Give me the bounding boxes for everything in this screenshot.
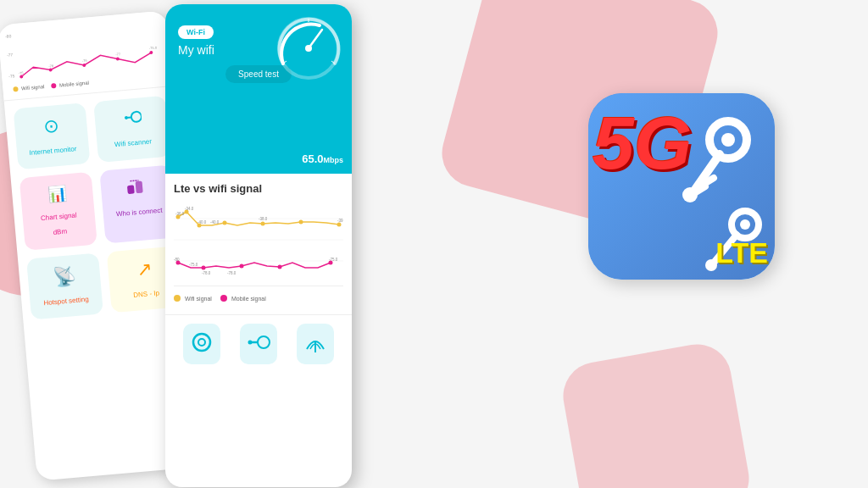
svg-point-34	[337, 223, 342, 227]
lte-vs-wifi-title: Lte vs wifi signal	[174, 182, 343, 195]
chart-signal-icon: 📊	[27, 182, 87, 206]
svg-text:-80: -80	[5, 33, 12, 39]
app-icon-container: 5G LTE	[588, 93, 800, 305]
wifi-scanner-icon	[101, 106, 161, 132]
left-chart-svg: -80 -77 -75 -75 -78 -76 -77 -75.0	[5, 18, 162, 81]
legend-wifi: Wifi signal	[13, 84, 44, 92]
svg-point-53	[258, 336, 270, 348]
menu-wifi-scanner[interactable]: Wifi scanner	[93, 96, 170, 163]
nav-wifi-scanner[interactable]	[240, 324, 277, 364]
nav-signal[interactable]	[297, 324, 334, 364]
who-connected-icon	[107, 175, 167, 202]
svg-text:-78: -78	[48, 64, 54, 69]
svg-rect-16	[126, 185, 134, 194]
svg-point-33	[299, 220, 303, 225]
svg-point-52	[198, 339, 205, 346]
app-icon-lte-label: LTE	[715, 236, 768, 269]
center-header: Wi-Fi My wifi Speed test 65.0Mbp	[165, 4, 352, 174]
svg-text:-76: -76	[82, 58, 88, 64]
app-icon[interactable]: 5G LTE	[588, 93, 775, 280]
svg-point-42	[202, 266, 206, 270]
legend-wifi-item: Wifi signal	[174, 295, 212, 302]
svg-line-20	[309, 30, 322, 48]
svg-point-13	[131, 111, 142, 122]
svg-text:-40.0: -40.0	[210, 220, 220, 225]
center-content: Lte vs wifi signal -36.0 -34.0	[165, 174, 352, 314]
menu-chart-signal[interactable]: 📊 Chart signaldBm	[19, 172, 97, 251]
wifi-title: My wifi	[178, 43, 214, 57]
svg-point-65	[740, 219, 750, 230]
phone-center: Wi-Fi My wifi Speed test 65.0Mbp	[165, 4, 352, 487]
svg-point-63	[682, 187, 698, 202]
svg-point-51	[193, 334, 210, 351]
svg-text:-75.0: -75.0	[149, 45, 158, 50]
svg-text:-36.0: -36.0	[175, 212, 185, 216]
speedometer	[273, 13, 345, 88]
svg-text:-75.0: -75.0	[189, 263, 198, 267]
svg-point-21	[305, 45, 312, 52]
svg-text:-40.0: -40.0	[198, 220, 207, 225]
svg-text:-39.0: -39.0	[337, 219, 343, 223]
internet-monitor-icon: ⊙	[21, 114, 81, 141]
svg-text:-34.0: -34.0	[185, 207, 194, 211]
bottom-nav	[165, 314, 352, 373]
svg-text:-38.0: -38.0	[259, 217, 268, 221]
svg-point-31	[223, 221, 227, 225]
left-chart-area: -80 -77 -75 -75 -78 -76 -77 -75.0 Wifi s…	[0, 10, 173, 101]
svg-text:-78.0: -78.0	[202, 271, 211, 275]
svg-text:-75.0: -75.0	[329, 258, 338, 262]
svg-point-6	[116, 57, 120, 60]
menu-hotspot[interactable]: 📡 Hotspot setting	[26, 252, 103, 319]
svg-point-59	[721, 133, 735, 147]
svg-line-18	[130, 180, 138, 181]
hotspot-icon: 📡	[34, 263, 94, 291]
center-chart-legend: Wifi signal Mobile signal	[174, 291, 343, 306]
wifi-badge: Wi-Fi	[178, 25, 214, 39]
svg-text:-77: -77	[115, 52, 121, 57]
speed-display: 65.0Mbps	[302, 152, 343, 165]
svg-rect-17	[135, 181, 142, 194]
svg-text:-80: -80	[174, 258, 180, 262]
svg-point-32	[261, 222, 265, 226]
bg-decoration-right2	[558, 339, 754, 488]
svg-point-43	[240, 264, 244, 269]
app-icon-5g-label: 5G	[593, 106, 692, 180]
svg-point-55	[248, 341, 252, 345]
svg-text:-75: -75	[8, 73, 15, 79]
legend-mobile: Mobile signal	[51, 80, 89, 89]
menu-internet-monitor[interactable]: ⊙ Internet monitor	[14, 103, 91, 169]
svg-text:-78.0: -78.0	[227, 271, 236, 275]
nav-internet-monitor[interactable]	[183, 324, 220, 364]
svg-text:-75: -75	[19, 70, 25, 75]
svg-text:-77: -77	[7, 52, 14, 58]
svg-point-44	[278, 265, 282, 269]
legend-mobile-item: Mobile signal	[220, 295, 266, 302]
svg-point-15	[124, 116, 127, 119]
lte-chart: -36.0 -34.0 -40.0 -40.0 -38.0 -39.0 -80 …	[174, 202, 343, 286]
